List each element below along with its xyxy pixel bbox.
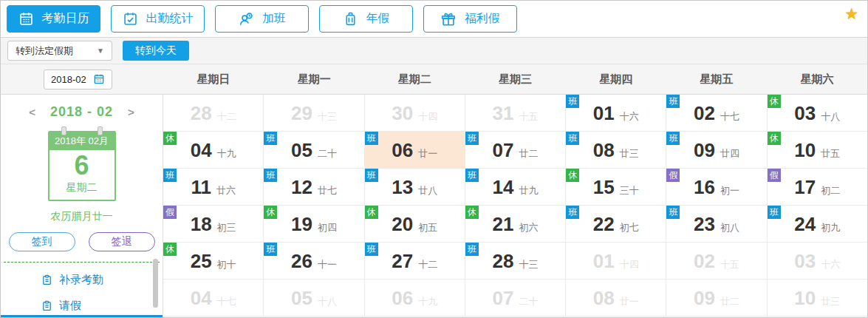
day-cell[interactable]: 班05二十 [264, 132, 364, 169]
lunar-day: 初二 [821, 184, 840, 197]
day-cell[interactable]: 休04十九 [163, 132, 264, 169]
day-badge-work: 班 [365, 132, 378, 145]
tab-gift[interactable]: 福利假 [423, 5, 517, 33]
day-cell[interactable]: 班09廿四 [666, 132, 767, 169]
day-cell-today[interactable]: 班06廿一 [365, 132, 465, 169]
day-cell[interactable]: 班02十七 [666, 95, 767, 132]
calendar-week-row: 休25初十班26十一班27十二班28十三01十四02十五03十六 [163, 243, 867, 280]
day-cell[interactable]: 假16初一 [666, 169, 767, 206]
jump-holiday-select[interactable]: 转到法定假期 ▼ [7, 41, 112, 61]
day-cell[interactable]: 班23初八 [666, 206, 767, 243]
calendar-grid: 28十二29十三30十四31十五班01十六班02十七休03十八休04十九班05二… [163, 95, 867, 317]
check-in-button[interactable]: 签到 [9, 232, 75, 251]
day-cell[interactable]: 班26十一 [264, 243, 364, 280]
day-cell[interactable]: 09廿二 [666, 280, 767, 317]
day-cell[interactable]: 班07廿二 [465, 132, 566, 169]
day-number: 09 [694, 286, 715, 310]
tab-person-clock[interactable]: 加班 [215, 5, 309, 33]
day-number: 04 [191, 138, 212, 162]
day-number: 05 [291, 286, 312, 310]
lunar-day: 廿七 [318, 184, 337, 197]
day-badge-work: 班 [566, 206, 579, 219]
prev-month-arrow[interactable]: < [29, 106, 35, 118]
tab-calendar[interactable]: 考勤日历 [7, 5, 100, 33]
lunar-day: 初十 [217, 258, 236, 271]
lunar-day: 廿一 [418, 147, 437, 160]
lunar-day: 十九 [418, 295, 437, 308]
day-cell[interactable]: 班27十二 [365, 243, 465, 280]
day-badge-work: 班 [465, 243, 479, 256]
day-cell[interactable]: 班11廿六 [163, 169, 264, 206]
weekday-header: 星期日 [163, 64, 264, 94]
tab-label: 年假 [366, 11, 390, 27]
sidebar-action-item[interactable]: 补录考勤 [1, 267, 163, 293]
day-cell[interactable]: 休10廿五 [768, 132, 867, 169]
calendar-week-row: 28十二29十三30十四31十五班01十六班02十七休03十八 [163, 95, 867, 132]
day-cell[interactable]: 05十八 [264, 280, 364, 317]
lunar-day: 十四 [418, 110, 437, 124]
lunar-day: 十六 [620, 110, 639, 124]
lunar-day: 初九 [821, 221, 840, 234]
day-cell[interactable]: 班22初七 [566, 206, 666, 243]
weekday-header: 星期一 [264, 64, 364, 94]
day-cell[interactable]: 休20初五 [365, 206, 465, 243]
favorite-star-icon[interactable]: ★ [844, 5, 858, 23]
day-cell[interactable]: 10廿三 [768, 280, 867, 317]
action-label: 请假 [59, 299, 81, 313]
day-cell[interactable]: 班14廿九 [465, 169, 566, 206]
next-month-arrow[interactable]: > [128, 106, 134, 118]
day-cell[interactable]: 02十五 [666, 243, 767, 280]
tab-suitcase[interactable]: 年假 [319, 5, 413, 33]
day-badge-rest: 休 [768, 95, 781, 108]
day-cell[interactable]: 班28十三 [465, 243, 566, 280]
day-badge-rest: 休 [365, 206, 378, 219]
day-badge-work: 班 [666, 206, 680, 219]
lunar-day: 十八 [318, 295, 337, 308]
lunar-date-label: 农历腊月廿一 [1, 210, 163, 223]
selected-day-card: 2018年 02月 6 星期二 [48, 131, 116, 201]
day-cell[interactable]: 31十五 [465, 95, 566, 132]
day-cell[interactable]: 30十四 [365, 95, 465, 132]
day-number: 21 [493, 212, 514, 236]
sidebar-action-item[interactable]: 请假 [1, 293, 163, 317]
day-number: 30 [392, 101, 413, 125]
day-cell[interactable]: 班12廿七 [264, 169, 364, 206]
day-cell[interactable]: 休25初十 [163, 243, 264, 280]
day-cell[interactable]: 08廿一 [566, 280, 666, 317]
day-cell[interactable]: 班01十六 [566, 95, 666, 132]
card-pin-icon [61, 126, 66, 135]
day-number: 06 [392, 286, 413, 310]
weekday-header: 星期六 [767, 64, 867, 94]
day-cell[interactable]: 休15三十 [566, 169, 666, 206]
day-cell[interactable]: 07二十 [465, 280, 566, 317]
go-today-button[interactable]: 转到今天 [123, 41, 189, 61]
day-number: 14 [493, 175, 514, 199]
day-number: 24 [794, 212, 816, 236]
day-cell[interactable]: 01十四 [566, 243, 666, 280]
lunar-day: 廿二 [519, 147, 538, 160]
lunar-day: 廿三 [821, 295, 840, 308]
day-cell[interactable]: 03十六 [768, 243, 867, 280]
tab-calendar-check[interactable]: 出勤统计 [111, 5, 205, 33]
day-cell[interactable]: 假17初二 [768, 169, 867, 206]
day-cell[interactable]: 休21初六 [465, 206, 566, 243]
day-cell[interactable]: 06十九 [365, 280, 465, 317]
day-badge-holiday: 假 [768, 169, 781, 182]
weekday-header-row: 星期日星期一星期二星期三星期四星期五星期六 [163, 64, 867, 94]
day-cell[interactable]: 假18初三 [163, 206, 264, 243]
day-cell[interactable]: 休19初四 [264, 206, 364, 243]
check-out-button[interactable]: 签退 [89, 232, 155, 251]
day-cell[interactable]: 29十三 [264, 95, 364, 132]
day-badge-work: 班 [666, 132, 680, 145]
day-cell[interactable]: 04十七 [163, 280, 264, 317]
day-cell[interactable]: 班13廿八 [365, 169, 465, 206]
sidebar-scrollbar[interactable] [153, 259, 158, 308]
day-number: 02 [694, 101, 715, 125]
month-input[interactable]: 2018-02 [44, 70, 112, 89]
day-cell[interactable]: 班24初九 [768, 206, 867, 243]
lunar-day: 十九 [217, 147, 236, 160]
day-number: 13 [392, 175, 413, 199]
day-cell[interactable]: 28十二 [163, 95, 264, 132]
day-cell[interactable]: 班08廿三 [566, 132, 666, 169]
day-cell[interactable]: 休03十八 [768, 95, 867, 132]
